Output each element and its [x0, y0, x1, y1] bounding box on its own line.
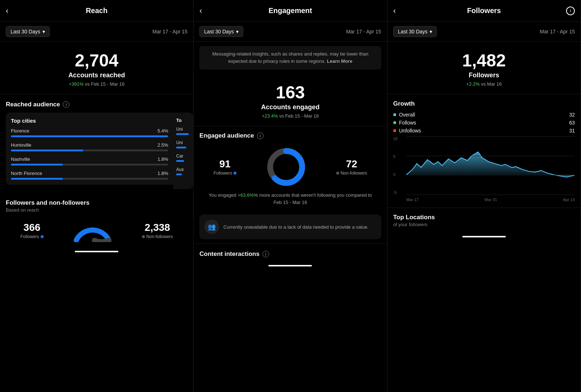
followers-stat-change: +2.2% vs Mar 16: [393, 81, 575, 87]
privacy-notice: Messaging-related insights, such as shar…: [199, 46, 381, 69]
followers-title: Followers: [467, 7, 501, 15]
engagement-header: ‹ Engagement: [194, 0, 387, 22]
engagement-donut-chart: [264, 145, 308, 189]
followers-date-range: Mar 17 - Apr 15: [540, 29, 575, 34]
engagement-stat-number: 163: [199, 84, 381, 101]
legend-unfollows: Unfollows 31: [393, 128, 575, 134]
followers-info-button[interactable]: i: [566, 7, 575, 15]
city-bar-north-florence: North Florence 1.8%: [11, 171, 168, 180]
reach-stat-label: Accounts reached: [6, 72, 187, 79]
legend-follows: Follows 63: [393, 120, 575, 126]
growth-title: Growth: [393, 100, 575, 107]
engaged-followers-dot-icon: [233, 172, 236, 175]
grid-line-10: [406, 136, 575, 137]
reach-scroll-area: 2,704 Accounts reached +391% vs Feb 15 -…: [0, 42, 193, 392]
reach-date-dropdown[interactable]: Last 30 Days ▾: [6, 26, 50, 37]
followers-dot-icon: [41, 235, 44, 238]
content-interactions-info-icon[interactable]: i: [263, 251, 269, 257]
panel-reach: ‹ Reach Last 30 Days ▾ Mar 17 - Apr 15 2…: [0, 0, 194, 392]
followers-non-sub: Based on reach: [6, 207, 187, 213]
reach-title: Reach: [86, 7, 107, 15]
reach-date-range: Mar 17 - Apr 15: [153, 29, 188, 34]
followers-stat-label: Followers: [393, 72, 575, 79]
followers-date-dropdown[interactable]: Last 30 Days ▾: [393, 26, 437, 37]
followers-scroll-area: 1,482 Followers +2.2% vs Mar 16 Growth O…: [387, 42, 581, 392]
city-bar-florence: Florence 5.4%: [11, 128, 168, 137]
overall-dot-icon: [393, 113, 396, 116]
top-locations-title: Top Locations: [393, 214, 575, 221]
non-followers-dot-icon: [142, 235, 145, 238]
reach-stat-main: 2,704 Accounts reached +391% vs Feb 15 -…: [0, 42, 193, 94]
engagement-date-bar: Last 30 Days ▾ Mar 17 - Apr 15: [194, 22, 387, 42]
unfollows-dot-icon: [393, 129, 396, 132]
content-interactions-header: Content interactions i: [194, 244, 387, 262]
chart-x-axis: Mar 17 Mar 31 Apr 14: [406, 197, 575, 202]
panel3-bottom-indicator: [462, 236, 506, 237]
engagement-date-range: Mar 17 - Apr 15: [346, 29, 381, 34]
top-cities-card: Top cities Florence 5.4% Huntsville 2.5%: [6, 113, 173, 185]
reach-stat-change: +391% vs Feb 15 - Mar 16: [6, 81, 187, 87]
reach-date-bar: Last 30 Days ▾ Mar 17 - Apr 15: [0, 22, 193, 42]
chart-y-axis: 10 5 0 -5: [393, 136, 406, 195]
engagement-scroll-area: Messaging-related insights, such as shar…: [194, 42, 387, 392]
followers-stat-main: 1,482 Followers +2.2% vs Mar 16: [387, 42, 581, 94]
city-bar-nashville: Nashville 1.8%: [11, 156, 168, 166]
city-bar-huntsville: Huntsville 2.5%: [11, 142, 168, 151]
followers-donut-row: 366 Followers 2,338 Non-followers: [6, 219, 187, 242]
growth-chart-svg: [406, 136, 575, 195]
growth-legend: Overall 32 Follows 63 Unfollows: [393, 112, 575, 134]
grid-line-0: [406, 175, 575, 175]
reach-donut-chart: [73, 219, 113, 242]
growth-section: Growth Overall 32 Follows 63: [387, 94, 581, 208]
engaged-non-followers-dot-icon: [336, 172, 339, 175]
reach-stat-number: 2,704: [6, 52, 187, 69]
panel-engagement: ‹ Engagement Last 30 Days ▾ Mar 17 - Apr…: [194, 0, 387, 392]
top-locations-section: Top Locations of your followers: [387, 208, 581, 233]
reach-back-button[interactable]: ‹: [6, 6, 8, 16]
panel2-bottom-indicator: [268, 265, 312, 266]
unavailable-box: 👥 Currently unavailable due to a lack of…: [199, 215, 381, 239]
engagement-date-dropdown[interactable]: Last 30 Days ▾: [199, 26, 243, 37]
reached-audience-info-icon[interactable]: i: [63, 101, 69, 108]
non-followers-stat: 2,338 Non-followers: [142, 222, 173, 239]
legend-overall: Overall 32: [393, 112, 575, 118]
engagement-back-button[interactable]: ‹: [199, 6, 202, 16]
unavailable-icon: 👥: [204, 220, 219, 234]
follows-dot-icon: [393, 121, 396, 124]
growth-chart: 10 5 0 -5: [393, 136, 575, 202]
engagement-stat-change: +23.4% vs Feb 15 - Mar 16: [199, 113, 381, 119]
reached-audience-header: Reached audience i: [0, 94, 193, 113]
engaged-followers-stat: 91 Followers: [214, 158, 236, 176]
grid-line-5: [406, 156, 575, 156]
followers-non-section: Followers and non-followers Based on rea…: [0, 193, 193, 248]
grid-line-neg5: [406, 195, 575, 195]
engaged-non-followers-stat: 72 Non-followers: [336, 158, 367, 176]
engaged-audience-info-icon[interactable]: i: [257, 132, 264, 139]
followers-stat: 366 Followers: [20, 222, 43, 239]
learn-more-link[interactable]: Learn More: [327, 58, 352, 64]
panel1-bottom-indicator: [75, 251, 118, 252]
engagement-title: Engagement: [268, 7, 312, 15]
top-cities-title: Top cities: [11, 118, 168, 124]
top-locations-sub: of your followers: [393, 222, 575, 227]
to-unit-partial-card: To Uni Uni Car Aus: [173, 113, 193, 189]
panel-followers: ‹ Followers i Last 30 Days ▾ Mar 17 - Ap…: [387, 0, 581, 392]
engaged-donut-row: 91 Followers 72 Non-followers: [199, 145, 381, 189]
engaged-audience-section: Engaged audience i 91 Followers 72: [194, 126, 387, 215]
followers-back-button[interactable]: ‹: [393, 6, 396, 16]
followers-stat-number: 1,482: [393, 52, 575, 69]
followers-header: ‹ Followers i: [387, 0, 581, 22]
followers-non-title: Followers and non-followers: [6, 199, 187, 207]
reach-header: ‹ Reach: [0, 0, 193, 22]
engagement-stat-main: 163 Accounts engaged +23.4% vs Feb 15 - …: [194, 74, 387, 126]
chart-body: [406, 136, 575, 195]
followers-date-bar: Last 30 Days ▾ Mar 17 - Apr 15: [387, 22, 581, 42]
engaged-note: You engaged +63.6%% more accounts that w…: [199, 192, 381, 212]
engagement-stat-label: Accounts engaged: [199, 103, 381, 111]
